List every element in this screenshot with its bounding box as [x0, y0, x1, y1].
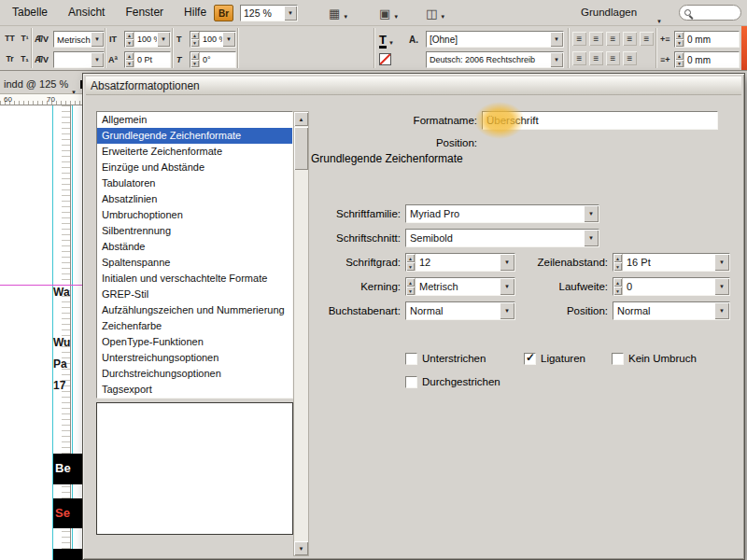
sidebar-item[interactable]: Erweiterte Zeichenformate [97, 144, 292, 160]
stepper-icon[interactable] [613, 278, 623, 295]
workspace-switcher[interactable]: Grundlagen [581, 0, 637, 25]
sidebar-item[interactable]: Absatzlinien [97, 191, 292, 207]
stepper-icon[interactable] [125, 32, 134, 47]
chevron-down-icon[interactable] [91, 52, 104, 67]
schriftfamilie-combo[interactable]: Myriad Pro [405, 204, 599, 223]
sidebar-item[interactable]: Spaltenspanne [97, 255, 292, 271]
chevron-down-icon[interactable] [343, 6, 348, 22]
stepper-icon[interactable] [675, 32, 684, 47]
checkbox[interactable] [405, 353, 417, 365]
dialog-titlebar[interactable]: Absatzformatoptionen [86, 77, 741, 95]
sidebar-item[interactable]: Zeichenfarbe [97, 318, 292, 334]
zeilenabstand-combo[interactable]: 16 Pt [613, 253, 730, 272]
document-layout-dropdown[interactable]: ◫ [426, 6, 445, 22]
type-style-button[interactable]: TT [3, 30, 17, 47]
chevron-down-icon[interactable] [440, 6, 445, 22]
chevron-down-icon[interactable] [222, 32, 235, 47]
menu-item[interactable]: Tabelle [2, 0, 58, 25]
none-color-swatch-icon[interactable] [379, 53, 391, 65]
stepper-icon[interactable] [190, 52, 200, 67]
checkbox[interactable] [405, 376, 417, 388]
chevron-down-icon[interactable] [714, 254, 729, 271]
view-options-dropdown[interactable]: ▦ [329, 6, 348, 22]
zoom-select[interactable]: 125 % [240, 5, 298, 21]
align-button[interactable]: ≡ [640, 32, 654, 46]
kerning-combo[interactable]: Metrisch [405, 277, 515, 296]
horizontal-scale-combo[interactable]: 100 % [190, 31, 236, 48]
menu-item[interactable]: Fenster [115, 0, 174, 25]
chevron-down-icon[interactable] [714, 278, 729, 295]
buchstabenart-combo[interactable]: Normal [405, 301, 515, 320]
stepper-icon[interactable] [406, 278, 416, 295]
stepper-icon[interactable] [406, 254, 416, 271]
sidebar-item[interactable]: Einzüge und Abstände [97, 160, 292, 175]
sidebar-item[interactable]: Unterstreichungsoptionen [97, 350, 292, 366]
stepper-icon[interactable] [675, 52, 684, 67]
sidebar-item[interactable]: Grundlegende Zeichenformate [97, 128, 292, 144]
chevron-down-icon[interactable] [584, 205, 599, 222]
character-style-combo[interactable]: [Ohne] [426, 31, 564, 48]
sidebar-item[interactable]: OpenType-Funktionen [97, 334, 292, 350]
sidebar-item[interactable]: GREP-Stil [97, 287, 292, 302]
checkbox-row[interactable]: Ligaturen [524, 350, 612, 367]
baseline-shift-field[interactable]: 0 Pt [124, 51, 171, 68]
align-button[interactable]: ≡ [623, 51, 637, 65]
chevron-down-icon[interactable] [550, 32, 563, 47]
chevron-down-icon[interactable] [388, 32, 394, 49]
chevron-down-icon[interactable] [656, 10, 662, 27]
align-button[interactable]: ≡ [606, 32, 620, 46]
language-combo[interactable]: Deutsch: 2006 Rechtschreib [426, 51, 564, 68]
align-button[interactable]: ≡ [606, 51, 620, 65]
bridge-button[interactable]: Br [214, 5, 233, 21]
skew-field[interactable]: 0° [190, 51, 236, 68]
kerning-combo[interactable]: Metrisch [53, 31, 105, 48]
align-button[interactable]: ≡ [589, 51, 603, 65]
schriftgrad-combo[interactable]: 12 [405, 253, 515, 272]
menu-item[interactable]: Ansicht [58, 0, 115, 25]
scroll-up-icon[interactable] [294, 112, 308, 126]
menu-item[interactable]: Hilfe [174, 0, 217, 25]
type-style-button[interactable]: T₁ [18, 50, 32, 67]
align-button[interactable]: ≡ [623, 32, 637, 46]
chevron-down-icon[interactable] [714, 302, 729, 319]
sidebar-scrollbar[interactable] [293, 111, 309, 556]
indent-right-field[interactable]: 0 mm [674, 51, 740, 68]
checkbox[interactable] [612, 353, 624, 365]
search-input[interactable] [694, 7, 733, 19]
document-tab[interactable]: indd @ 125 % [4, 78, 68, 90]
checkbox-row[interactable]: Unterstrichen [405, 350, 524, 367]
position-combo[interactable]: Normal [613, 301, 730, 320]
chevron-down-icon[interactable] [550, 52, 563, 67]
sidebar-item[interactable]: Tabulatoren [97, 175, 292, 191]
formatname-input[interactable] [482, 111, 718, 130]
vertical-scale-combo[interactable]: 100 % [124, 31, 171, 48]
laufweite-combo[interactable]: 0 [613, 277, 730, 296]
stepper-icon[interactable] [125, 52, 134, 67]
stepper-icon[interactable] [190, 32, 200, 47]
scrollbar-thumb[interactable] [294, 127, 308, 170]
type-style-button[interactable]: T¹ [18, 30, 32, 47]
screen-mode-dropdown[interactable]: ▣ [379, 6, 399, 22]
chevron-down-icon[interactable] [91, 32, 104, 47]
checkbox[interactable] [524, 353, 536, 365]
indent-left-field[interactable]: 0 mm [674, 31, 740, 48]
sidebar-item[interactable]: Tagsexport [97, 382, 292, 398]
scroll-down-icon[interactable] [294, 541, 308, 555]
chevron-down-icon[interactable] [284, 6, 297, 21]
align-button[interactable]: ≡ [572, 32, 586, 46]
sidebar-item[interactable]: Aufzählungszeichen und Nummerierung [97, 302, 292, 318]
chevron-down-icon[interactable] [393, 6, 399, 22]
chevron-down-icon[interactable] [584, 230, 599, 246]
fill-color-control[interactable]: T [379, 32, 394, 49]
sidebar-item[interactable]: Abstände [97, 239, 292, 255]
checkbox-row[interactable]: Kein Umbruch [612, 350, 741, 367]
type-style-button[interactable]: Tr [3, 50, 17, 67]
align-button[interactable]: ≡ [589, 32, 603, 46]
schriftschnitt-combo[interactable]: Semibold [405, 229, 599, 247]
sidebar-item[interactable]: Allgemein [97, 112, 292, 128]
checkbox-row[interactable]: Durchgestrichen [405, 373, 524, 390]
sidebar-item[interactable]: Silbentrennung [97, 223, 292, 239]
sidebar-item[interactable]: Durchstreichungsoptionen [97, 366, 292, 382]
sidebar-item[interactable]: Umbruchoptionen [97, 207, 292, 223]
tracking-combo[interactable] [53, 51, 105, 68]
